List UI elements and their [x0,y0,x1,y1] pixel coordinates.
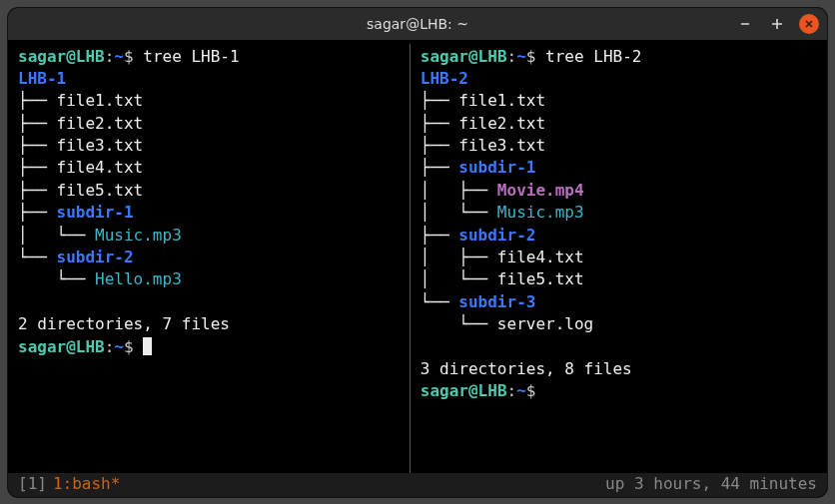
maximize-button[interactable] [767,14,787,34]
tree-line: │ └── file5.txt [420,268,821,290]
tree-line: ├── file5.txt [18,180,404,202]
prompt-host: LHB [76,337,105,356]
command-text: tree LHB-1 [143,47,239,66]
prompt-user: sagar [18,47,66,66]
tree-line: ├── file4.txt [18,157,404,179]
status-left: [1] 1:bash* [18,473,120,495]
prompt-symbol: $ [526,47,536,66]
command-line: sagar@LHB:~$ tree LHB-1 [18,46,404,68]
cursor [143,337,152,355]
tree-line: ├── subdir-2 [420,225,821,247]
tree-line: └── subdir-3 [420,291,821,313]
prompt-user: sagar [420,381,468,400]
session-number: [1] [18,473,47,495]
prompt-path: ~ [516,381,526,400]
prompt-host: LHB [478,47,507,66]
tree-line: ├── file1.txt [18,90,404,112]
tree-line: ├── subdir-1 [420,157,821,179]
tree-line: ├── file2.txt [420,113,821,135]
blank-line [18,291,404,313]
prompt-line: sagar@LHB:~$ [18,336,404,358]
tree-line: ├── file2.txt [18,113,404,135]
command-text: tree LHB-2 [545,47,641,66]
tree-line: │ └── Music.mp3 [18,225,404,247]
window-buttons [735,14,819,34]
prompt-colon: : [507,381,517,400]
tree-line: │ └── Music.mp3 [420,202,821,224]
prompt-symbol: $ [124,337,134,356]
tree-line: └── Hello.mp3 [18,268,404,290]
tmux-statusbar: [1] 1:bash* up 3 hours, 44 minutes [8,473,827,497]
window-title: sagar@LHB: ~ [8,16,827,32]
prompt-symbol: $ [124,47,134,66]
tree-line: ├── file3.txt [420,135,821,157]
tree-summary: 2 directories, 7 files [18,313,404,335]
close-icon [804,19,814,29]
prompt-host: LHB [76,47,105,66]
blank-line [420,336,821,358]
command-line: sagar@LHB:~$ tree LHB-2 [420,46,821,68]
prompt-user: sagar [18,337,66,356]
prompt-path: ~ [114,47,124,66]
terminal-body[interactable]: sagar@LHB:~$ tree LHB-1LHB-1├── file1.tx… [8,40,827,497]
prompt-line: sagar@LHB:~$ [420,380,821,402]
terminal-window: sagar@LHB: ~ sagar@LHB:~$ tree LHB-1LHB-… [8,8,827,497]
prompt-at: @ [468,381,478,400]
status-right: up 3 hours, 44 minutes [605,473,817,495]
prompt-colon: : [105,337,115,356]
tree-summary: 3 directories, 8 files [420,358,821,380]
tree-line: ├── file3.txt [18,135,404,157]
tree-line: │ ├── Movie.mp4 [420,180,821,202]
tree-line: └── server.log [420,313,821,335]
pane-left[interactable]: sagar@LHB:~$ tree LHB-1LHB-1├── file1.tx… [8,44,410,473]
window-name[interactable]: 1:bash* [53,473,120,495]
prompt-path: ~ [516,47,526,66]
prompt-path: ~ [114,337,124,356]
pane-right[interactable]: sagar@LHB:~$ tree LHB-2LHB-2├── file1.tx… [411,44,827,473]
tree-root: LHB-1 [18,68,404,90]
tree-line: │ ├── file4.txt [420,247,821,268]
minimize-icon [740,19,750,29]
prompt-user: sagar [420,47,468,66]
tree-line: └── subdir-2 [18,247,404,268]
prompt-at: @ [66,337,76,356]
prompt-colon: : [105,47,115,66]
minimize-button[interactable] [735,14,755,34]
close-button[interactable] [799,14,819,34]
tree-line: ├── subdir-1 [18,202,404,224]
titlebar: sagar@LHB: ~ [8,8,827,40]
prompt-at: @ [66,47,76,66]
maximize-icon [771,18,783,30]
prompt-symbol: $ [526,381,536,400]
tree-line: ├── file1.txt [420,90,821,112]
tree-root: LHB-2 [420,68,821,90]
prompt-at: @ [468,47,478,66]
uptime: up 3 hours, 44 minutes [605,474,817,493]
prompt-colon: : [507,47,517,66]
tmux-panes: sagar@LHB:~$ tree LHB-1LHB-1├── file1.tx… [8,44,827,473]
prompt-host: LHB [478,381,507,400]
